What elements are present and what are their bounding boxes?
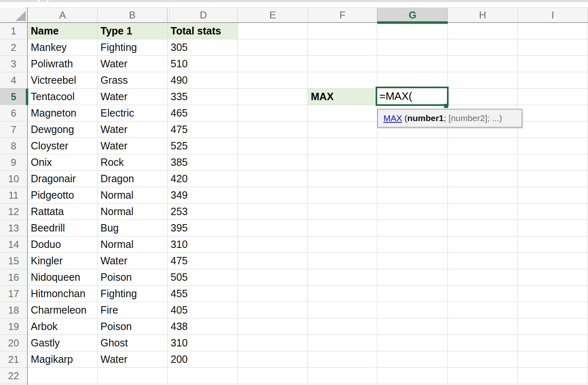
cell-A22[interactable] <box>28 368 98 384</box>
cell-B2[interactable]: Fighting <box>98 39 168 56</box>
cell-I11[interactable] <box>518 187 588 204</box>
cell-A10[interactable]: Dragonair <box>28 171 98 187</box>
cell-E10[interactable] <box>238 171 308 187</box>
cell-B20[interactable]: Ghost <box>98 335 168 351</box>
cell-B16[interactable]: Poison <box>98 269 168 286</box>
cell-A1[interactable]: Name <box>28 23 98 39</box>
cell-A21[interactable]: Magikarp <box>28 351 98 368</box>
fill-handle[interactable] <box>444 104 448 108</box>
cell-I12[interactable] <box>518 204 588 220</box>
cell-F6[interactable] <box>308 105 377 121</box>
cell-A11[interactable]: Pidgeotto <box>28 187 98 204</box>
cell-E19[interactable] <box>238 319 308 335</box>
cell-H18[interactable] <box>448 302 518 319</box>
cell-H3[interactable] <box>448 56 518 72</box>
cell-D10[interactable]: 420 <box>168 171 238 187</box>
cell-F7[interactable] <box>308 121 377 138</box>
cell-A3[interactable]: Poliwrath <box>28 56 98 72</box>
cell-E4[interactable] <box>238 72 308 89</box>
cell-E22[interactable] <box>238 368 308 384</box>
row-header-3[interactable]: 3 <box>0 56 27 72</box>
cell-E16[interactable] <box>238 269 308 286</box>
row-header-11[interactable]: 11 <box>0 187 27 204</box>
cell-F21[interactable] <box>308 351 377 368</box>
function-help-link[interactable]: MAX <box>383 113 402 123</box>
cell-B11[interactable]: Normal <box>98 187 168 204</box>
cell-I4[interactable] <box>518 72 588 89</box>
cell-I10[interactable] <box>518 171 588 187</box>
cell-I14[interactable] <box>518 236 588 253</box>
cell-I19[interactable] <box>518 319 588 335</box>
cell-A15[interactable]: Kingler <box>28 253 98 269</box>
cell-F15[interactable] <box>308 253 377 269</box>
row-header-17[interactable]: 17 <box>0 286 27 302</box>
cell-D8[interactable]: 525 <box>168 138 238 154</box>
cell-G16[interactable] <box>377 269 448 286</box>
row-header-14[interactable]: 14 <box>0 236 27 253</box>
cell-E12[interactable] <box>238 204 308 220</box>
row-header-19[interactable]: 19 <box>0 319 27 335</box>
cell-B10[interactable]: Dragon <box>98 171 168 187</box>
cell-H13[interactable] <box>448 220 518 236</box>
cell-F16[interactable] <box>308 269 377 286</box>
cell-B22[interactable] <box>98 368 168 384</box>
cell-I15[interactable] <box>518 253 588 269</box>
row-header-12[interactable]: 12 <box>0 204 27 220</box>
cell-G8[interactable] <box>377 138 448 154</box>
row-header-8[interactable]: 8 <box>0 138 27 154</box>
column-header-B[interactable]: B <box>98 8 167 23</box>
cell-D2[interactable]: 305 <box>168 39 238 56</box>
cell-I18[interactable] <box>518 302 588 319</box>
cell-D6[interactable]: 465 <box>168 105 238 121</box>
cell-B14[interactable]: Normal <box>98 236 168 253</box>
cell-H5[interactable] <box>448 89 518 105</box>
cell-A8[interactable]: Cloyster <box>28 138 98 154</box>
row-header-6[interactable]: 6 <box>0 105 27 121</box>
cell-E2[interactable] <box>238 39 308 56</box>
cell-G20[interactable] <box>377 335 448 351</box>
cell-D12[interactable]: 253 <box>168 204 238 220</box>
cell-H8[interactable] <box>448 138 518 154</box>
row-header-4[interactable]: 4 <box>0 72 27 89</box>
column-header-D[interactable]: D <box>169 8 238 23</box>
cell-E3[interactable] <box>238 56 308 72</box>
column-header-E[interactable]: E <box>238 8 308 23</box>
cell-G3[interactable] <box>377 56 448 72</box>
cell-A4[interactable]: Victreebel <box>28 72 98 89</box>
cell-F20[interactable] <box>308 335 377 351</box>
row-header-1[interactable]: 1 <box>0 23 27 39</box>
cell-E13[interactable] <box>238 220 308 236</box>
cell-I9[interactable] <box>518 154 588 171</box>
column-header-H[interactable]: H <box>448 8 518 23</box>
cell-B7[interactable]: Water <box>98 121 168 138</box>
cell-E17[interactable] <box>238 286 308 302</box>
cell-A20[interactable]: Gastly <box>28 335 98 351</box>
row-header-7[interactable]: 7 <box>0 121 27 138</box>
cell-G11[interactable] <box>377 187 448 204</box>
cell-A17[interactable]: Hitmonchan <box>28 286 98 302</box>
cell-H22[interactable] <box>448 368 518 384</box>
cell-B6[interactable]: Electric <box>98 105 168 121</box>
cell-E11[interactable] <box>238 187 308 204</box>
cell-I17[interactable] <box>518 286 588 302</box>
cell-E18[interactable] <box>238 302 308 319</box>
cell-F10[interactable] <box>308 171 377 187</box>
cell-B12[interactable]: Normal <box>98 204 168 220</box>
cell-F2[interactable] <box>308 39 377 56</box>
cell-I5[interactable] <box>518 89 588 105</box>
cell-I21[interactable] <box>518 351 588 368</box>
cell-E15[interactable] <box>238 253 308 269</box>
cell-G9[interactable] <box>377 154 448 171</box>
cell-A6[interactable]: Magneton <box>28 105 98 121</box>
row-header-21[interactable]: 21 <box>0 351 27 368</box>
cell-H10[interactable] <box>448 171 518 187</box>
cell-A19[interactable]: Arbok <box>28 319 98 335</box>
row-header-10[interactable]: 10 <box>0 171 27 187</box>
cell-G15[interactable] <box>377 253 448 269</box>
cell-H1[interactable] <box>448 23 518 39</box>
column-header-A[interactable]: A <box>28 8 98 23</box>
cell-B9[interactable]: Rock <box>98 154 168 171</box>
cell-B18[interactable]: Fire <box>98 302 168 319</box>
cell-G17[interactable] <box>377 286 448 302</box>
cell-D3[interactable]: 510 <box>168 56 238 72</box>
